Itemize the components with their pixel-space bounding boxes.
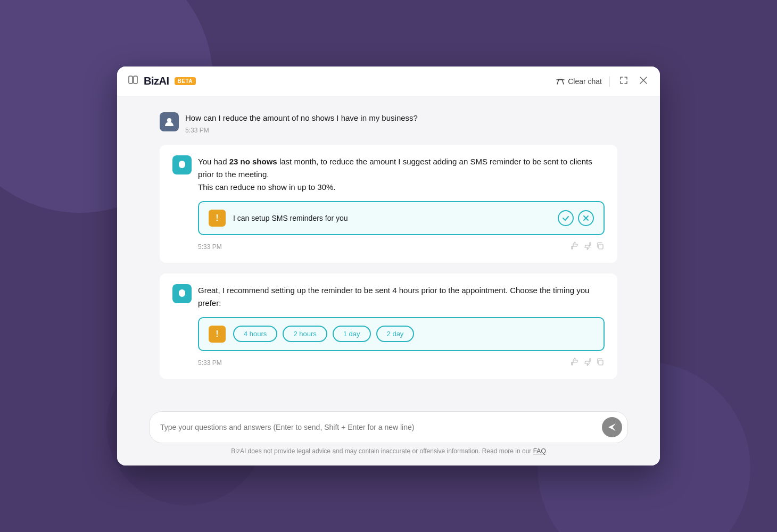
chat-input[interactable] — [160, 423, 597, 431]
clear-chat-label: Clear chat — [568, 77, 602, 86]
timing-exclamation-icon: ! — [209, 326, 226, 343]
svg-point-6 — [180, 293, 181, 294]
action-card-icons — [558, 210, 594, 226]
header-right: Clear chat — [556, 74, 649, 89]
svg-point-4 — [183, 164, 184, 165]
ai-message-text-1: You had 23 no shows last month, to reduc… — [198, 155, 605, 194]
ai-message-content-1: You had 23 no shows last month, to reduc… — [198, 155, 605, 252]
user-message-time-1: 5:33 PM — [185, 127, 418, 134]
action-exclamation-icon: ! — [209, 210, 226, 227]
thumbs-up-button-2[interactable] — [571, 358, 579, 368]
svg-rect-1 — [134, 76, 137, 84]
disclaimer-text: BizAI does not provide legal advice and … — [231, 447, 533, 455]
ai-message-block-2: Great, I recommend setting up the remind… — [160, 273, 617, 379]
ai-message-footer-2: 5:33 PM — [198, 358, 605, 368]
action-cancel-button[interactable] — [578, 210, 594, 226]
feedback-icons-1 — [571, 242, 605, 252]
chat-body: How can I reduce the amount of no shows … — [117, 96, 660, 403]
svg-rect-0 — [129, 76, 133, 84]
timing-buttons-group: 4 hours 2 hours 1 day 2 day — [233, 326, 414, 342]
user-message-content-1: How can I reduce the amount of no shows … — [185, 112, 418, 134]
ai-message-block-1: You had 23 no shows last month, to reduc… — [160, 145, 617, 263]
header-left: BizAI BETA — [128, 74, 196, 88]
timing-action-card: ! 4 hours 2 hours 1 day 2 day — [198, 317, 605, 351]
chat-input-area: BizAI does not provide legal advice and … — [117, 403, 660, 466]
sms-action-card: ! I can setup SMS reminders for you — [198, 201, 605, 235]
send-button[interactable] — [602, 417, 622, 437]
faq-link[interactable]: FAQ — [533, 447, 546, 455]
input-wrapper — [149, 411, 628, 443]
expand-button[interactable] — [617, 74, 630, 89]
copy-button-2[interactable] — [596, 358, 605, 368]
ai-message-time-2: 5:33 PM — [198, 359, 222, 367]
close-button[interactable] — [638, 74, 649, 88]
svg-rect-5 — [599, 244, 603, 249]
timing-4hours-button[interactable]: 4 hours — [233, 326, 277, 342]
feedback-icons-2 — [571, 358, 605, 368]
timing-2day-button[interactable]: 2 day — [376, 326, 415, 342]
svg-point-7 — [183, 293, 184, 294]
ai-avatar-1 — [172, 155, 192, 174]
thumbs-down-button-2[interactable] — [583, 358, 592, 368]
thumbs-up-button-1[interactable] — [571, 242, 579, 252]
ai-avatar-2 — [172, 284, 192, 303]
user-avatar — [160, 112, 179, 131]
ai-message-footer-1: 5:33 PM — [198, 242, 605, 252]
ai-message-content-2: Great, I recommend setting up the remind… — [198, 284, 605, 368]
ai-message-inner-2: Great, I recommend setting up the remind… — [172, 284, 605, 368]
brand-name: BizAI — [144, 75, 169, 87]
copy-button-1[interactable] — [596, 242, 605, 252]
beta-badge: BETA — [175, 77, 196, 85]
user-message-text-1: How can I reduce the amount of no shows … — [185, 112, 418, 124]
user-message-1: How can I reduce the amount of no shows … — [160, 112, 617, 134]
action-card-text: I can setup SMS reminders for you — [233, 214, 550, 222]
timing-1day-button[interactable]: 1 day — [333, 326, 371, 342]
chat-window: BizAI BETA Clear chat — [117, 66, 660, 466]
ai-message-time-1: 5:33 PM — [198, 243, 222, 251]
sidebar-toggle-icon[interactable] — [128, 74, 138, 88]
header-divider — [609, 76, 610, 87]
chat-disclaimer: BizAI does not provide legal advice and … — [149, 443, 628, 461]
svg-point-3 — [180, 164, 181, 165]
svg-point-2 — [167, 118, 171, 122]
chat-header: BizAI BETA Clear chat — [117, 66, 660, 96]
svg-rect-8 — [599, 360, 603, 365]
timing-2hours-button[interactable]: 2 hours — [283, 326, 327, 342]
clear-chat-button[interactable]: Clear chat — [556, 77, 602, 86]
action-confirm-button[interactable] — [558, 210, 574, 226]
ai-message-text-2: Great, I recommend setting up the remind… — [198, 284, 605, 310]
ai-message-inner-1: You had 23 no shows last month, to reduc… — [172, 155, 605, 252]
thumbs-down-button-1[interactable] — [583, 242, 592, 252]
